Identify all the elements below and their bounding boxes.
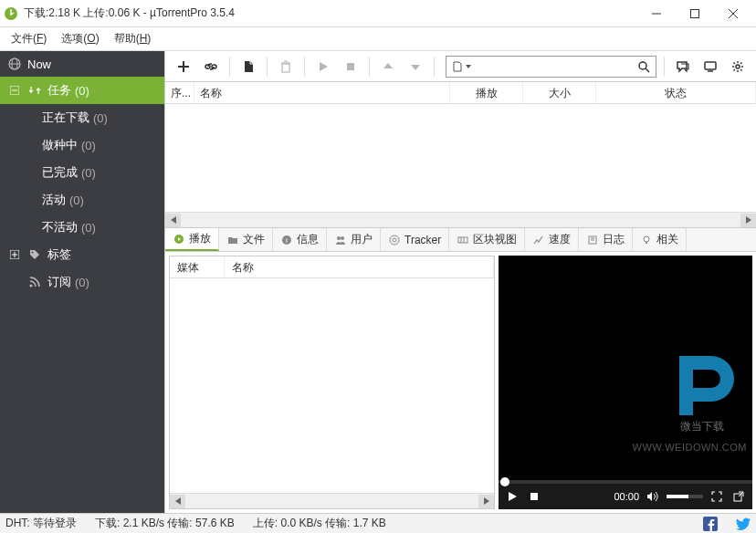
twitter-icon[interactable] xyxy=(736,517,751,531)
add-url-button[interactable] xyxy=(198,54,224,79)
status-dht[interactable]: DHT: 等待登录 xyxy=(5,516,77,531)
minimize-button[interactable] xyxy=(637,1,676,26)
menu-options[interactable]: 选项(O) xyxy=(54,27,106,50)
sidebar-item-seeding[interactable]: 做种中 (0) xyxy=(0,131,164,159)
separator xyxy=(434,57,435,77)
scroll-left-icon[interactable] xyxy=(165,214,181,227)
tab-pieces[interactable]: 区块视图 xyxy=(449,228,525,251)
sidebar-count: (0) xyxy=(75,276,89,289)
sidebar-item-tasks[interactable]: 任务 (0) xyxy=(0,77,164,104)
titlebar: 下载:2.18 K 上传:0.06 K - µTorrentPro 3.5.4 xyxy=(0,0,756,27)
folder-icon xyxy=(226,234,239,246)
watermark-text: WWW.WEIDOWN.COM xyxy=(633,442,747,453)
media-body[interactable] xyxy=(170,278,494,493)
tab-label: 用户 xyxy=(351,232,373,247)
status-download[interactable]: 下载: 2.1 KB/s 传输: 57.6 KB xyxy=(95,516,235,531)
watermark-sub: 微当下载 xyxy=(661,419,743,434)
sidebar-item-now[interactable]: Now xyxy=(0,51,164,77)
tab-peers[interactable]: 用户 xyxy=(327,228,381,251)
svg-rect-25 xyxy=(705,62,716,69)
column-play[interactable]: 播放 xyxy=(450,82,523,103)
tab-label: 信息 xyxy=(297,232,319,247)
video-area[interactable]: 微当下载 WWW.WEIDOWN.COM xyxy=(499,256,752,480)
tab-tracker[interactable]: Tracker xyxy=(381,228,449,251)
scroll-right-icon[interactable] xyxy=(740,214,756,227)
video-stop-button[interactable] xyxy=(526,488,542,505)
media-header: 媒体 名称 xyxy=(170,256,494,278)
sidebar-label: 已完成 xyxy=(42,164,78,181)
video-progress[interactable] xyxy=(499,480,752,484)
sidebar-item-downloading[interactable]: 正在下载 (0) xyxy=(0,104,164,131)
add-torrent-button[interactable] xyxy=(171,54,196,79)
log-icon xyxy=(586,234,599,246)
scroll-track[interactable] xyxy=(181,214,740,227)
facebook-icon[interactable] xyxy=(703,517,718,531)
chat-button[interactable] xyxy=(670,54,696,79)
tab-label: 文件 xyxy=(243,232,265,247)
volume-slider[interactable] xyxy=(667,495,703,498)
menu-file[interactable]: 文件(F) xyxy=(4,27,54,50)
column-seq[interactable]: 序... xyxy=(165,82,194,103)
svg-rect-42 xyxy=(646,242,647,244)
tab-related[interactable]: 相关 xyxy=(633,228,687,251)
tab-label: 区块视图 xyxy=(473,232,517,247)
sidebar-item-completed[interactable]: 已完成 (0) xyxy=(0,159,164,186)
status-upload[interactable]: 上传: 0.0 KB/s 传输: 1.7 KB xyxy=(253,516,386,531)
expand-icon xyxy=(7,247,22,262)
close-button[interactable] xyxy=(714,1,752,26)
search-button[interactable] xyxy=(635,57,653,76)
svg-point-13 xyxy=(32,252,34,254)
tab-label: 日志 xyxy=(603,232,625,247)
sidebar-item-active[interactable]: 活动 (0) xyxy=(0,186,164,214)
search-input[interactable] xyxy=(475,56,656,78)
tab-label: Tracker xyxy=(404,234,441,246)
pieces-icon xyxy=(457,234,469,246)
column-status[interactable]: 状态 xyxy=(596,82,756,103)
remote-button[interactable] xyxy=(698,54,723,79)
svg-rect-19 xyxy=(282,64,289,72)
video-play-button[interactable] xyxy=(504,488,520,505)
separator xyxy=(304,57,305,77)
horizontal-scrollbar[interactable] xyxy=(165,212,756,227)
sidebar-item-inactive[interactable]: 不活动 (0) xyxy=(0,214,164,241)
tab-speed[interactable]: 速度 xyxy=(525,228,579,251)
play-icon xyxy=(173,233,185,246)
tab-files[interactable]: 文件 xyxy=(219,228,273,251)
svg-line-24 xyxy=(646,68,649,72)
svg-rect-43 xyxy=(530,493,538,500)
maximize-button[interactable] xyxy=(676,1,714,26)
sidebar-item-labels[interactable]: 标签 xyxy=(0,241,164,268)
search-type-dropdown[interactable] xyxy=(446,56,475,78)
progress-knob[interactable] xyxy=(500,477,509,486)
tracker-icon xyxy=(388,234,401,246)
settings-button[interactable] xyxy=(725,54,751,79)
tab-log[interactable]: 日志 xyxy=(579,228,633,251)
media-col-name[interactable]: 名称 xyxy=(225,256,494,277)
watermark-logo: 微当下载 xyxy=(661,342,743,434)
media-scrollbar[interactable] xyxy=(170,493,494,508)
menu-help[interactable]: 帮助(H) xyxy=(107,27,159,50)
sidebar-label: 正在下载 xyxy=(42,110,89,126)
statusbar: DHT: 等待登录 下载: 2.1 KB/s 传输: 57.6 KB 上传: 0… xyxy=(0,513,756,533)
scroll-right-icon[interactable] xyxy=(478,495,494,508)
sidebar-item-feeds[interactable]: 订阅 (0) xyxy=(0,268,164,296)
scroll-track[interactable] xyxy=(185,495,478,508)
window-title: 下载:2.18 K 上传:0.06 K - µTorrentPro 3.5.4 xyxy=(24,5,637,21)
list-body[interactable] xyxy=(165,104,756,212)
tab-play[interactable]: 播放 xyxy=(165,228,219,251)
separator xyxy=(229,57,230,77)
globe-icon xyxy=(7,57,22,71)
tab-info[interactable]: i信息 xyxy=(273,228,327,251)
column-size[interactable]: 大小 xyxy=(523,82,596,103)
sidebar-label: 任务 xyxy=(47,82,71,99)
fullscreen-button[interactable] xyxy=(709,488,725,505)
media-col-media[interactable]: 媒体 xyxy=(170,256,225,277)
volume-button[interactable] xyxy=(645,488,661,505)
tab-label: 播放 xyxy=(189,231,211,246)
column-name[interactable]: 名称 xyxy=(194,82,450,103)
scroll-left-icon[interactable] xyxy=(170,495,185,508)
detail-pane: 播放 文件 i信息 用户 Tracker 区块视图 速度 日志 相关 媒体 名称 xyxy=(165,228,756,513)
popout-button[interactable] xyxy=(730,488,747,505)
create-torrent-button[interactable] xyxy=(236,54,261,79)
svg-point-14 xyxy=(30,285,33,287)
